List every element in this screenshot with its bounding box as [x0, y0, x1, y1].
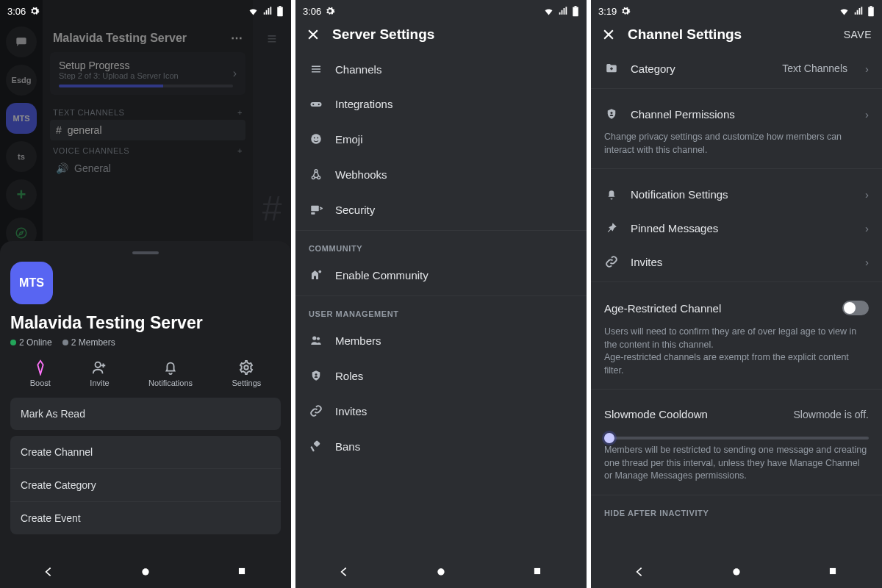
server-title[interactable]: Malavida Testing Server — [53, 32, 187, 45]
svg-point-18 — [315, 170, 318, 173]
server-icon: MTS — [10, 262, 53, 304]
svg-rect-8 — [573, 7, 578, 16]
invites-row[interactable]: Invites› — [591, 245, 882, 279]
svg-rect-25 — [313, 440, 320, 448]
settings-channels[interactable]: Channels — [295, 51, 587, 87]
server-esdg[interactable]: Esdg — [6, 65, 37, 96]
nav-back-icon[interactable] — [43, 566, 54, 578]
setup-progress-card[interactable]: Setup Progress Step 2 of 3: Upload a Ser… — [50, 52, 245, 95]
wifi-icon — [248, 6, 259, 17]
channel-general[interactable]: #general — [50, 120, 245, 140]
close-icon[interactable] — [306, 27, 320, 42]
online-count: 2 Online — [10, 337, 52, 348]
boost-button[interactable]: Boost — [30, 359, 51, 387]
server-actions-sheet: MTS Malavida Testing Server 2 Online 2 M… — [0, 241, 291, 588]
nav-home-icon[interactable] — [435, 566, 447, 578]
battery-icon — [572, 6, 579, 17]
nav-home-icon[interactable] — [731, 566, 742, 578]
svg-point-22 — [312, 336, 316, 340]
server-mts[interactable]: MTS — [6, 103, 37, 134]
save-button[interactable]: SAVE — [844, 29, 872, 40]
voice-channel-general[interactable]: 🔊General — [50, 158, 245, 179]
settings-integrations[interactable]: Integrations — [295, 87, 587, 121]
roles-icon — [309, 369, 323, 382]
server-name-heading: Malavida Testing Server — [10, 313, 281, 333]
pinned-messages-row[interactable]: Pinned Messages› — [591, 211, 882, 245]
svg-rect-10 — [311, 102, 322, 107]
settings-invites[interactable]: Invites — [295, 393, 587, 429]
category-value: Text Channels — [782, 62, 847, 74]
nav-back-icon[interactable] — [338, 566, 350, 578]
settings-bans[interactable]: Bans — [295, 429, 587, 464]
settings-button[interactable]: Settings — [232, 359, 262, 387]
server-ts[interactable]: ts — [6, 141, 37, 172]
section-community: COMMUNITY — [295, 230, 587, 257]
svg-rect-3 — [279, 6, 282, 7]
invites-icon — [309, 404, 323, 417]
gear-icon — [29, 6, 40, 16]
svg-rect-7 — [239, 568, 245, 574]
add-voice-channel-icon[interactable]: + — [237, 146, 243, 155]
settings-emoji[interactable]: Emoji — [295, 121, 587, 157]
category-row[interactable]: Category Text Channels › — [591, 51, 882, 85]
bell-icon — [604, 187, 619, 201]
nav-home-icon[interactable] — [140, 566, 151, 578]
nav-recents-icon[interactable] — [828, 566, 839, 578]
svg-rect-20 — [311, 212, 315, 215]
nav-recents-icon[interactable] — [237, 566, 248, 578]
nav-recents-icon[interactable] — [532, 566, 544, 578]
svg-point-12 — [318, 103, 320, 104]
voice-channels-header[interactable]: VOICE CHANNELS — [53, 146, 129, 155]
svg-rect-0 — [16, 37, 26, 44]
server-more-icon[interactable]: ⋯ — [231, 31, 243, 45]
settings-webhooks[interactable]: Webhooks — [295, 157, 587, 192]
svg-point-14 — [314, 137, 315, 139]
create-event-button[interactable]: Create Event — [10, 502, 281, 534]
direct-messages-icon[interactable] — [6, 26, 37, 57]
menu-icon[interactable]: ≡ — [253, 29, 291, 49]
age-restricted-row[interactable]: Age-Restricted Channel — [591, 290, 882, 326]
settings-members[interactable]: Members — [295, 323, 587, 358]
svg-point-16 — [312, 176, 315, 179]
nav-back-icon[interactable] — [634, 566, 645, 578]
signal-icon — [853, 6, 864, 16]
channel-permissions-row[interactable]: Channel Permissions › — [591, 97, 882, 131]
svg-point-13 — [311, 134, 321, 144]
drag-handle-icon[interactable] — [132, 251, 159, 254]
add-server-icon[interactable]: + — [6, 179, 37, 210]
age-restricted-toggle[interactable] — [842, 301, 869, 315]
gear-icon — [325, 6, 335, 16]
settings-security[interactable]: Security — [295, 192, 587, 227]
integrations-icon — [309, 99, 323, 110]
members-count: 2 Members — [62, 337, 115, 348]
svg-point-31 — [611, 112, 613, 114]
text-channels-header[interactable]: TEXT CHANNELS — [53, 108, 124, 117]
hash-icon: # — [56, 124, 62, 136]
section-hide-inactivity: HIDE AFTER INACTIVITY — [591, 495, 882, 522]
settings-roles[interactable]: Roles — [295, 358, 587, 393]
clock-text: 3:19 — [598, 6, 617, 17]
notification-settings-row[interactable]: Notification Settings› — [591, 177, 882, 211]
slowmode-row: Slowmode Cooldown Slowmode is off. — [591, 398, 882, 431]
svg-point-6 — [142, 568, 148, 575]
hash-large-icon: # — [253, 188, 291, 229]
svg-point-15 — [317, 137, 318, 139]
mark-as-read-button[interactable]: Mark As Read — [10, 398, 281, 430]
page-title: Server Settings — [332, 26, 576, 43]
create-channel-button[interactable]: Create Channel — [10, 436, 281, 469]
wifi-icon — [543, 6, 554, 17]
settings-enable-community[interactable]: Enable Community — [295, 257, 587, 293]
slowmode-slider[interactable] — [604, 437, 869, 440]
permissions-description: Change privacy settings and customize ho… — [591, 131, 882, 165]
channels-icon — [309, 62, 323, 76]
emoji-icon — [309, 132, 323, 146]
setup-subtitle: Step 2 of 3: Upload a Server Icon — [59, 71, 233, 80]
clock-text: 3:06 — [303, 6, 321, 17]
svg-point-1 — [16, 228, 26, 238]
add-text-channel-icon[interactable]: + — [237, 108, 243, 117]
close-icon[interactable] — [601, 27, 616, 42]
create-category-button[interactable]: Create Category — [10, 469, 281, 502]
svg-rect-19 — [311, 206, 319, 212]
invite-button[interactable]: Invite — [90, 359, 109, 387]
notifications-button[interactable]: Notifications — [148, 359, 193, 387]
